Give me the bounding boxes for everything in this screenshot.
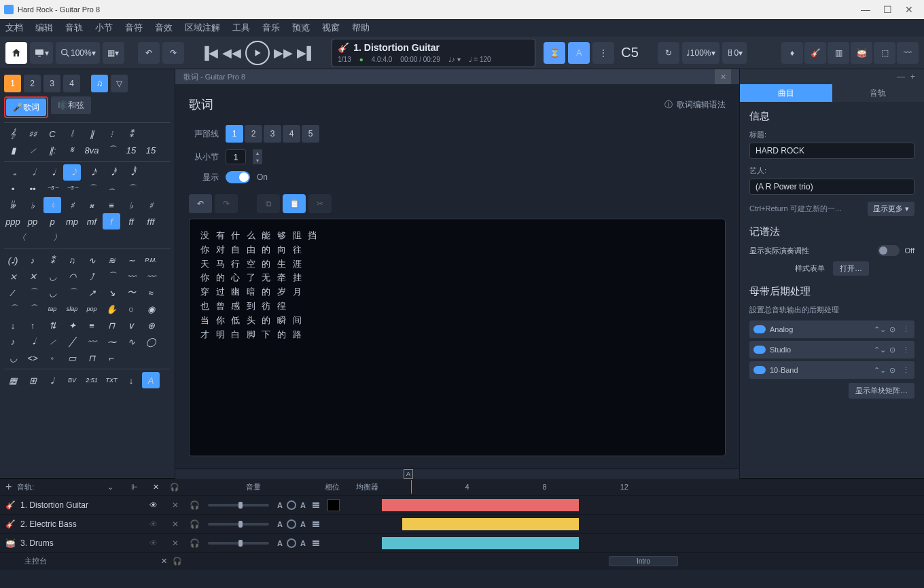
ff[interactable]: ff [122, 213, 140, 229]
maximize-button[interactable]: ☐ [876, 0, 898, 19]
add-track-button[interactable]: + [5, 481, 12, 493]
song-tab[interactable]: 曲目 [740, 84, 832, 102]
home-button[interactable] [5, 42, 27, 64]
volume-slider[interactable] [208, 504, 269, 507]
p[interactable]: p [43, 213, 61, 229]
track-row-1[interactable]: 🎸 1. Distortion Guitar 👁 ✕🎧 A A [0, 495, 924, 514]
undo-button[interactable]: ↶ [138, 42, 160, 64]
design-mode-button[interactable]: ▽ [111, 75, 128, 92]
solo-all-icon[interactable]: 🎧 [170, 483, 179, 492]
mf[interactable]: mf [83, 213, 101, 229]
velocity-button[interactable]: ♩ 100% ▾ [682, 42, 719, 64]
artist-input[interactable] [749, 179, 914, 195]
voice-line-1[interactable]: 1 [226, 125, 243, 143]
menu-note[interactable]: 音符 [125, 22, 143, 34]
ppp[interactable]: ppp [4, 213, 22, 229]
menu-sound[interactable]: 音乐 [262, 22, 280, 34]
chords-palette-button[interactable]: 🎼 和弦 [51, 96, 91, 114]
visibility-icon[interactable]: 👁 [149, 538, 166, 548]
multivoice-button[interactable]: ♫ [91, 75, 108, 92]
tuner-icon[interactable]: ♦ [781, 42, 803, 64]
visibility-icon[interactable]: 👁 [149, 519, 166, 529]
fx-10band[interactable]: 10-Band⌃⌄⊙⋮ [749, 361, 914, 379]
modal-close-button[interactable]: ✕ [715, 69, 731, 84]
voice-line-3[interactable]: 3 [264, 125, 281, 143]
show-more-button[interactable]: 显示更多 ▾ [868, 202, 914, 216]
skip-start-icon[interactable]: ▐◀ [200, 45, 219, 60]
menu-edit[interactable]: 编辑 [35, 22, 53, 34]
show-toggle[interactable] [226, 171, 250, 183]
lyrics-textarea[interactable]: 没 有 什 么 能 够 阻 挡 你 对 自 由 的 向 往 天 马 行 空 的 … [189, 219, 726, 456]
menu-effect[interactable]: 音效 [155, 22, 173, 34]
section-intro[interactable]: Intro [609, 556, 678, 566]
lyrics-undo[interactable]: ↶ [189, 194, 212, 213]
menu-section[interactable]: 区域注解 [185, 22, 220, 34]
track-info-box[interactable]: 🎸 1. Distortion Guitar 1/13 ● 4.0:4.0 00… [332, 39, 535, 67]
fx-icon[interactable]: 〰 [897, 42, 919, 64]
minimize-button[interactable]: — [855, 0, 876, 19]
lyrics-palette-button[interactable]: 🎤 歌词 [6, 98, 46, 116]
layout-button[interactable]: ▦▾ [103, 42, 124, 64]
voice-1-tab[interactable]: 1 [4, 75, 21, 92]
title-input[interactable] [749, 143, 914, 159]
track-row-2[interactable]: 🎸 2. Electric Bass 👁 ✕🎧 A A [0, 514, 924, 533]
loop-button[interactable]: ⋮ [592, 42, 614, 64]
fretboard-icon[interactable]: ⬚ [874, 42, 895, 64]
pedalboard-button[interactable]: 显示单块矩阵… [849, 383, 914, 399]
voice-2-tab[interactable]: 2 [24, 75, 41, 92]
collapse-icon[interactable]: ⊩ [131, 483, 138, 492]
mp[interactable]: mp [63, 213, 81, 229]
lyrics-copy[interactable]: ⧉ [257, 194, 280, 213]
menu-track[interactable]: 音轨 [65, 22, 83, 34]
rewind-icon[interactable]: ◀◀ [222, 45, 241, 60]
voice-line-5[interactable]: 5 [302, 125, 319, 143]
instrument-icon[interactable]: 🎸 [804, 42, 826, 64]
fx-studio[interactable]: Studio⌃⌄⊙⋮ [749, 341, 914, 359]
eq-button[interactable] [313, 502, 319, 508]
real-play-toggle[interactable] [878, 245, 900, 256]
voice-3-tab[interactable]: 3 [43, 75, 60, 92]
pp[interactable]: pp [24, 213, 41, 229]
menu-bar[interactable]: 小节 [95, 22, 113, 34]
lyrics-help-link[interactable]: ⓘ 歌词编辑语法 [664, 99, 726, 111]
metronome-button[interactable]: ⏳ [544, 42, 565, 64]
menu-window[interactable]: 视窗 [322, 22, 340, 34]
pan-knob[interactable] [287, 500, 296, 510]
visibility-icon[interactable]: 👁 [149, 500, 166, 510]
from-bar-input[interactable] [226, 149, 246, 164]
from-bar-spinner[interactable]: ▴▾ [253, 149, 262, 164]
add-panel-icon[interactable]: + [910, 72, 920, 81]
pm[interactable]: P.M. [142, 252, 160, 268]
tuning-button[interactable]: 🎚 0 ▾ [722, 42, 747, 64]
menu-help[interactable]: 帮助 [352, 22, 370, 34]
play-button[interactable] [245, 41, 270, 65]
f[interactable]: f [103, 213, 120, 229]
menu-file[interactable]: 文档 [5, 22, 23, 34]
lyrics-redo[interactable]: ↷ [215, 194, 238, 213]
close-button[interactable]: ✕ [898, 0, 920, 19]
voice-line-2[interactable]: 2 [245, 125, 262, 143]
countdown-button[interactable]: A [568, 42, 590, 64]
piano-icon[interactable]: ▥ [828, 42, 849, 64]
lyrics-cut[interactable]: ✂ [308, 194, 332, 213]
fastfwd-icon[interactable]: ▶▶ [274, 45, 293, 60]
style-open-button[interactable]: 打开… [833, 261, 869, 276]
lyrics-paste[interactable]: 📋 [283, 194, 306, 213]
fff[interactable]: fff [142, 213, 160, 229]
voice-4-tab[interactable]: 4 [63, 75, 80, 92]
menu-tools[interactable]: 工具 [232, 22, 250, 34]
fx-analog[interactable]: Analog⌃⌄⊙⋮ [749, 320, 914, 338]
mute-all-icon[interactable]: ✕ [153, 483, 159, 492]
skip-end-icon[interactable]: ▶▌ [297, 45, 315, 60]
voice-line-4[interactable]: 4 [283, 125, 300, 143]
drum-icon[interactable]: 🥁 [851, 42, 872, 64]
redo-button[interactable]: ↷ [162, 42, 184, 64]
track-row-3[interactable]: 🥁 3. Drums 👁 ✕🎧 A A [0, 533, 924, 552]
zoom-button[interactable]: 100%▾ [56, 42, 100, 64]
section-marker[interactable]: A [404, 469, 413, 479]
minimize-panel-icon[interactable]: — [897, 72, 906, 81]
menu-view[interactable]: 预览 [292, 22, 310, 34]
track-tab[interactable]: 音轨 [832, 84, 925, 102]
display-mode-button[interactable]: ▾ [30, 42, 53, 64]
loop-toggle-button[interactable]: ↻ [658, 42, 679, 64]
